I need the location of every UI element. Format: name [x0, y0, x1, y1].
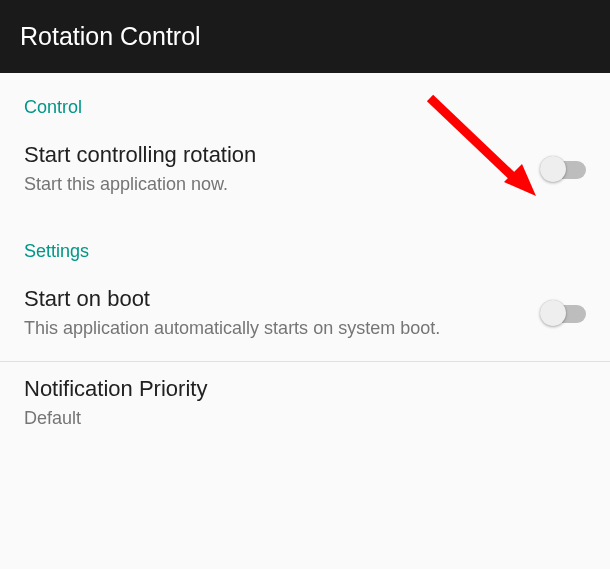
setting-title: Notification Priority	[24, 376, 566, 402]
setting-start-controlling-rotation[interactable]: Start controlling rotation Start this ap…	[0, 128, 610, 217]
setting-title: Start on boot	[24, 286, 520, 312]
setting-subtitle: Default	[24, 406, 566, 431]
setting-text: Start on boot This application automatic…	[24, 286, 540, 341]
app-title: Rotation Control	[20, 22, 201, 50]
setting-subtitle: Start this application now.	[24, 172, 520, 197]
setting-subtitle: This application automatically starts on…	[24, 316, 520, 341]
setting-title: Start controlling rotation	[24, 142, 520, 168]
settings-content: Control Start controlling rotation Start…	[0, 73, 610, 452]
toggle-start-controlling[interactable]	[540, 160, 586, 180]
app-bar: Rotation Control	[0, 0, 610, 73]
setting-notification-priority[interactable]: Notification Priority Default	[0, 362, 610, 451]
toggle-start-on-boot[interactable]	[540, 304, 586, 324]
section-header-control: Control	[0, 73, 610, 128]
section-header-settings: Settings	[0, 217, 610, 272]
setting-text: Notification Priority Default	[24, 376, 586, 431]
setting-text: Start controlling rotation Start this ap…	[24, 142, 540, 197]
toggle-thumb	[540, 156, 566, 182]
setting-start-on-boot[interactable]: Start on boot This application automatic…	[0, 272, 610, 361]
toggle-thumb	[540, 300, 566, 326]
